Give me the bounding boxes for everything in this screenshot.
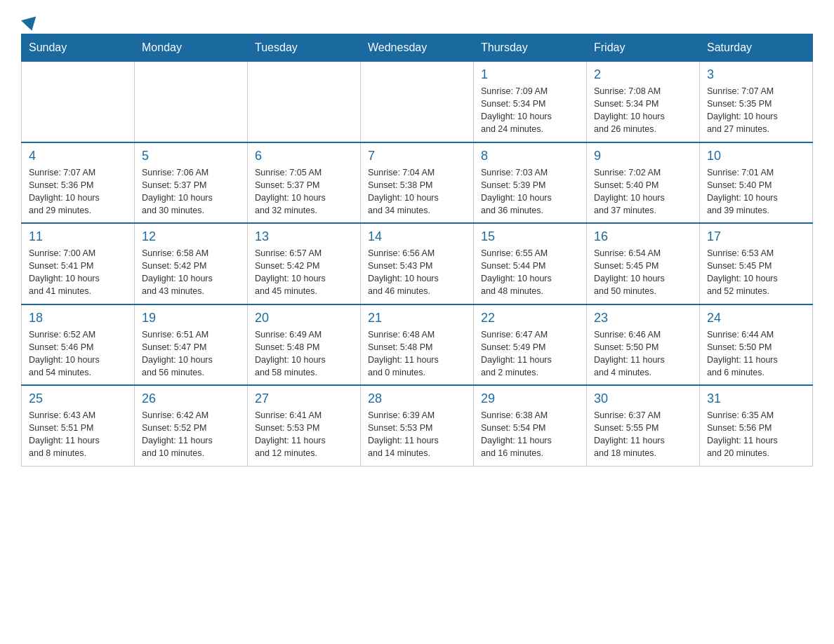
day-number: 17 (707, 229, 805, 244)
day-of-week-header: Thursday (474, 34, 587, 62)
day-number: 10 (707, 149, 805, 163)
day-info: Sunrise: 7:05 AM Sunset: 5:37 PM Dayligh… (255, 166, 353, 217)
day-info: Sunrise: 7:07 AM Sunset: 5:35 PM Dayligh… (707, 85, 805, 136)
day-info: Sunrise: 7:08 AM Sunset: 5:34 PM Dayligh… (594, 85, 692, 136)
calendar-cell: 5Sunrise: 7:06 AM Sunset: 5:37 PM Daylig… (135, 142, 248, 224)
day-info: Sunrise: 6:46 AM Sunset: 5:50 PM Dayligh… (594, 328, 692, 380)
day-info: Sunrise: 6:42 AM Sunset: 5:52 PM Dayligh… (142, 409, 240, 460)
calendar-cell (22, 62, 135, 142)
day-number: 9 (594, 149, 692, 163)
calendar-cell: 20Sunrise: 6:49 AM Sunset: 5:48 PM Dayli… (248, 304, 361, 386)
day-number: 21 (368, 311, 466, 326)
day-info: Sunrise: 7:06 AM Sunset: 5:37 PM Dayligh… (142, 166, 240, 217)
day-info: Sunrise: 6:47 AM Sunset: 5:49 PM Dayligh… (481, 328, 579, 380)
day-of-week-header: Tuesday (248, 34, 361, 62)
day-number: 4 (29, 149, 127, 163)
day-number: 19 (142, 311, 240, 326)
day-of-week-header: Monday (135, 34, 248, 62)
calendar-cell (361, 62, 474, 142)
day-of-week-header: Friday (587, 34, 700, 62)
calendar-cell: 27Sunrise: 6:41 AM Sunset: 5:53 PM Dayli… (248, 385, 361, 466)
calendar-cell: 18Sunrise: 6:52 AM Sunset: 5:46 PM Dayli… (22, 304, 135, 386)
day-number: 22 (481, 311, 579, 326)
day-number: 14 (368, 229, 466, 244)
calendar-cell: 3Sunrise: 7:07 AM Sunset: 5:35 PM Daylig… (700, 62, 813, 142)
day-number: 24 (707, 311, 805, 326)
calendar-cell: 9Sunrise: 7:02 AM Sunset: 5:40 PM Daylig… (587, 142, 700, 224)
day-of-week-header: Wednesday (361, 34, 474, 62)
day-info: Sunrise: 6:52 AM Sunset: 5:46 PM Dayligh… (29, 328, 127, 380)
calendar-cell: 24Sunrise: 6:44 AM Sunset: 5:50 PM Dayli… (700, 304, 813, 386)
logo (21, 14, 38, 27)
day-info: Sunrise: 6:38 AM Sunset: 5:54 PM Dayligh… (481, 409, 579, 460)
day-info: Sunrise: 7:09 AM Sunset: 5:34 PM Dayligh… (481, 85, 579, 136)
day-info: Sunrise: 6:41 AM Sunset: 5:53 PM Dayligh… (255, 409, 353, 460)
calendar-cell: 30Sunrise: 6:37 AM Sunset: 5:55 PM Dayli… (587, 385, 700, 466)
calendar-cell: 14Sunrise: 6:56 AM Sunset: 5:43 PM Dayli… (361, 223, 474, 304)
day-number: 18 (29, 311, 127, 326)
calendar-cell: 13Sunrise: 6:57 AM Sunset: 5:42 PM Dayli… (248, 223, 361, 304)
day-info: Sunrise: 6:39 AM Sunset: 5:53 PM Dayligh… (368, 409, 466, 460)
calendar-cell (135, 62, 248, 142)
calendar-cell: 28Sunrise: 6:39 AM Sunset: 5:53 PM Dayli… (361, 385, 474, 466)
day-number: 28 (368, 391, 466, 406)
day-info: Sunrise: 6:57 AM Sunset: 5:42 PM Dayligh… (255, 247, 353, 298)
day-number: 29 (481, 391, 579, 406)
day-info: Sunrise: 6:53 AM Sunset: 5:45 PM Dayligh… (707, 247, 805, 298)
calendar-cell: 17Sunrise: 6:53 AM Sunset: 5:45 PM Dayli… (700, 223, 813, 304)
day-of-week-header: Sunday (22, 34, 135, 62)
calendar-cell: 2Sunrise: 7:08 AM Sunset: 5:34 PM Daylig… (587, 62, 700, 142)
day-number: 25 (29, 391, 127, 406)
day-number: 30 (594, 391, 692, 406)
calendar-cell: 16Sunrise: 6:54 AM Sunset: 5:45 PM Dayli… (587, 223, 700, 304)
day-number: 11 (29, 229, 127, 244)
calendar-cell: 19Sunrise: 6:51 AM Sunset: 5:47 PM Dayli… (135, 304, 248, 386)
day-info: Sunrise: 6:48 AM Sunset: 5:48 PM Dayligh… (368, 328, 466, 380)
day-number: 3 (707, 67, 805, 82)
day-number: 2 (594, 67, 692, 82)
calendar-cell: 11Sunrise: 7:00 AM Sunset: 5:41 PM Dayli… (22, 223, 135, 304)
day-number: 13 (255, 229, 353, 244)
calendar-week-row: 1Sunrise: 7:09 AM Sunset: 5:34 PM Daylig… (22, 62, 813, 142)
calendar-cell: 12Sunrise: 6:58 AM Sunset: 5:42 PM Dayli… (135, 223, 248, 304)
day-number: 12 (142, 229, 240, 244)
calendar-cell (248, 62, 361, 142)
day-number: 20 (255, 311, 353, 326)
day-info: Sunrise: 6:35 AM Sunset: 5:56 PM Dayligh… (707, 409, 805, 460)
calendar-cell: 1Sunrise: 7:09 AM Sunset: 5:34 PM Daylig… (474, 62, 587, 142)
calendar-cell: 4Sunrise: 7:07 AM Sunset: 5:36 PM Daylig… (22, 142, 135, 224)
calendar-cell: 22Sunrise: 6:47 AM Sunset: 5:49 PM Dayli… (474, 304, 587, 386)
calendar-cell: 6Sunrise: 7:05 AM Sunset: 5:37 PM Daylig… (248, 142, 361, 224)
day-number: 15 (481, 229, 579, 244)
day-number: 7 (368, 149, 466, 163)
day-info: Sunrise: 6:55 AM Sunset: 5:44 PM Dayligh… (481, 247, 579, 298)
calendar-week-row: 18Sunrise: 6:52 AM Sunset: 5:46 PM Dayli… (22, 304, 813, 386)
day-info: Sunrise: 6:43 AM Sunset: 5:51 PM Dayligh… (29, 409, 127, 460)
day-info: Sunrise: 6:58 AM Sunset: 5:42 PM Dayligh… (142, 247, 240, 298)
calendar-cell: 15Sunrise: 6:55 AM Sunset: 5:44 PM Dayli… (474, 223, 587, 304)
day-number: 31 (707, 391, 805, 406)
day-info: Sunrise: 6:54 AM Sunset: 5:45 PM Dayligh… (594, 247, 692, 298)
day-number: 6 (255, 149, 353, 163)
day-number: 1 (481, 67, 579, 82)
calendar-cell: 21Sunrise: 6:48 AM Sunset: 5:48 PM Dayli… (361, 304, 474, 386)
day-info: Sunrise: 7:01 AM Sunset: 5:40 PM Dayligh… (707, 166, 805, 217)
page-header (21, 14, 813, 27)
day-of-week-header: Saturday (700, 34, 813, 62)
calendar-cell: 8Sunrise: 7:03 AM Sunset: 5:39 PM Daylig… (474, 142, 587, 224)
calendar-cell: 23Sunrise: 6:46 AM Sunset: 5:50 PM Dayli… (587, 304, 700, 386)
day-number: 5 (142, 149, 240, 163)
calendar-cell: 31Sunrise: 6:35 AM Sunset: 5:56 PM Dayli… (700, 385, 813, 466)
calendar-cell: 29Sunrise: 6:38 AM Sunset: 5:54 PM Dayli… (474, 385, 587, 466)
day-number: 26 (142, 391, 240, 406)
day-number: 8 (481, 149, 579, 163)
calendar-cell: 25Sunrise: 6:43 AM Sunset: 5:51 PM Dayli… (22, 385, 135, 466)
calendar-week-row: 4Sunrise: 7:07 AM Sunset: 5:36 PM Daylig… (22, 142, 813, 224)
day-info: Sunrise: 6:51 AM Sunset: 5:47 PM Dayligh… (142, 328, 240, 380)
day-number: 16 (594, 229, 692, 244)
calendar-week-row: 25Sunrise: 6:43 AM Sunset: 5:51 PM Dayli… (22, 385, 813, 466)
day-info: Sunrise: 7:03 AM Sunset: 5:39 PM Dayligh… (481, 166, 579, 217)
calendar-cell: 26Sunrise: 6:42 AM Sunset: 5:52 PM Dayli… (135, 385, 248, 466)
calendar-week-row: 11Sunrise: 7:00 AM Sunset: 5:41 PM Dayli… (22, 223, 813, 304)
day-info: Sunrise: 7:04 AM Sunset: 5:38 PM Dayligh… (368, 166, 466, 217)
